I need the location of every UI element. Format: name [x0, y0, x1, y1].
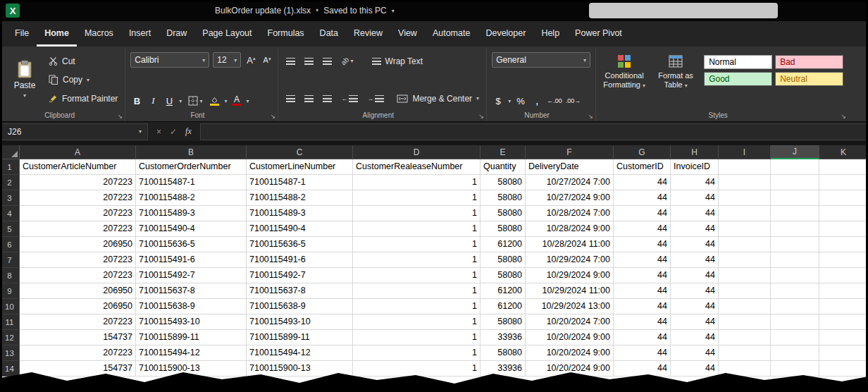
- cell-C11[interactable]: 7100115493-10: [247, 314, 353, 330]
- cell-E14[interactable]: 33936: [480, 361, 526, 376]
- tab-data[interactable]: Data: [312, 21, 346, 47]
- cell-H4[interactable]: 44: [671, 206, 719, 221]
- format-as-table-button[interactable]: Format as Table ▾: [652, 51, 699, 109]
- cell-H13[interactable]: 44: [671, 345, 719, 361]
- cell-D3[interactable]: 1: [353, 190, 480, 206]
- cell-K11[interactable]: [819, 314, 868, 330]
- number-dialog-launcher-icon[interactable]: ↘: [588, 113, 594, 120]
- font-name-select[interactable]: Calibri ▾: [130, 52, 209, 68]
- cell-K5[interactable]: [819, 221, 868, 237]
- copy-button[interactable]: Copy ▾: [46, 71, 120, 89]
- row-header-5[interactable]: 5: [0, 221, 20, 237]
- formula-input[interactable]: [200, 123, 867, 140]
- tab-home[interactable]: Home: [37, 21, 77, 47]
- font-size-select[interactable]: 12 ▾: [213, 52, 241, 68]
- cut-button[interactable]: Cut: [46, 52, 120, 70]
- merge-center-button[interactable]: Merge & Center ▾: [395, 90, 481, 107]
- cell-A8[interactable]: 207223: [20, 268, 136, 283]
- tab-draw[interactable]: Draw: [159, 21, 194, 47]
- row-header-11[interactable]: 11: [0, 314, 20, 330]
- cell-I3[interactable]: [719, 190, 771, 206]
- cell-I13[interactable]: [719, 345, 771, 361]
- cell-K10[interactable]: [819, 299, 868, 314]
- cell-H7[interactable]: 44: [671, 252, 719, 268]
- cell-I12[interactable]: [719, 330, 771, 345]
- document-title[interactable]: BulkOrder update (1).xlsx • Saved to thi…: [215, 0, 395, 21]
- row-header-10[interactable]: 10: [0, 299, 20, 314]
- cell-I2[interactable]: [719, 175, 771, 190]
- cell-B3[interactable]: 7100115488-2: [136, 190, 247, 206]
- cell-F12[interactable]: 10/20/2024 9:00: [526, 330, 614, 345]
- cell-style-normal[interactable]: Normal: [704, 55, 772, 69]
- cell-D4[interactable]: 1: [353, 206, 480, 221]
- cell-E13[interactable]: 58080: [480, 345, 526, 361]
- cell-J4[interactable]: [771, 206, 819, 221]
- cell-G2[interactable]: 44: [614, 175, 671, 190]
- cell-K4[interactable]: [819, 206, 868, 221]
- cell-B4[interactable]: 7100115489-3: [136, 206, 247, 221]
- number-format-select[interactable]: General ▾: [492, 52, 590, 68]
- cell-B1[interactable]: CustomerOrderNumber: [136, 159, 247, 175]
- cell-F9[interactable]: 10/29/2024 11:00: [526, 283, 614, 299]
- cell-E12[interactable]: 33936: [480, 330, 526, 345]
- column-header-C[interactable]: C: [247, 145, 353, 159]
- cell-D1[interactable]: CustomerRealeaseNumber: [353, 159, 480, 175]
- select-all-button[interactable]: [0, 145, 20, 159]
- cell-G9[interactable]: 44: [614, 283, 671, 299]
- enter-icon[interactable]: ✓: [170, 127, 177, 137]
- cell-A4[interactable]: 207223: [20, 206, 136, 221]
- row-header-8[interactable]: 8: [0, 268, 20, 283]
- cell-A13[interactable]: 207223: [20, 345, 136, 361]
- cell-A10[interactable]: 206950: [20, 299, 136, 314]
- cell-B9[interactable]: 7100115637-8: [136, 283, 247, 299]
- cell-G10[interactable]: 44: [614, 299, 671, 314]
- middle-align-button[interactable]: [302, 56, 316, 66]
- cell-D9[interactable]: 1: [353, 283, 480, 299]
- tab-view[interactable]: View: [390, 21, 425, 47]
- cell-C5[interactable]: 7100115490-4: [247, 221, 353, 237]
- cell-K9[interactable]: [819, 283, 868, 299]
- cell-J10[interactable]: [771, 299, 819, 314]
- column-header-G[interactable]: G: [614, 145, 671, 159]
- row-header-9[interactable]: 9: [0, 283, 20, 299]
- alignment-dialog-launcher-icon[interactable]: ↘: [479, 113, 485, 120]
- chevron-down-icon[interactable]: ▾: [179, 98, 182, 104]
- cell-H6[interactable]: 44: [671, 237, 719, 252]
- cell-I4[interactable]: [719, 206, 771, 221]
- cell-F7[interactable]: 10/29/2024 7:00: [526, 252, 614, 268]
- cell-B12[interactable]: 7100115899-11: [136, 330, 247, 345]
- cell-K2[interactable]: [819, 175, 868, 190]
- cell-J6[interactable]: [771, 237, 819, 252]
- paste-button[interactable]: Paste ▾: [8, 51, 42, 107]
- cell-D6[interactable]: 1: [353, 237, 480, 252]
- cell-J8[interactable]: [771, 268, 819, 283]
- cell-H8[interactable]: 44: [671, 268, 719, 283]
- increase-decimal-button[interactable]: ←.00: [547, 97, 562, 104]
- cell-K3[interactable]: [819, 190, 868, 206]
- cell-F6[interactable]: 10/28/2024 11:00: [526, 237, 614, 252]
- percent-style-button[interactable]: %: [514, 96, 527, 106]
- cell-C2[interactable]: 7100115487-1: [247, 175, 353, 190]
- cell-F13[interactable]: 10/20/2024 9:00: [526, 345, 614, 361]
- styles-dialog-launcher-icon[interactable]: ↘: [841, 113, 847, 120]
- cell-D5[interactable]: 1: [353, 221, 480, 237]
- cell-C8[interactable]: 7100115492-7: [247, 268, 353, 283]
- cell-J11[interactable]: [771, 314, 819, 330]
- cell-F1[interactable]: DeliveryDate: [526, 159, 614, 175]
- cell-B5[interactable]: 7100115490-4: [136, 221, 247, 237]
- cell-I10[interactable]: [719, 299, 771, 314]
- cell-B13[interactable]: 7100115494-12: [136, 345, 247, 361]
- cell-B10[interactable]: 7100115638-9: [136, 299, 247, 314]
- tab-developer[interactable]: Developer: [478, 21, 533, 47]
- row-header-13[interactable]: 13: [0, 345, 20, 361]
- cell-I5[interactable]: [719, 221, 771, 237]
- column-header-J[interactable]: J: [771, 145, 819, 159]
- cell-A11[interactable]: 207223: [20, 314, 136, 330]
- chevron-down-icon[interactable]: ▾: [224, 98, 227, 104]
- cell-E5[interactable]: 58080: [480, 221, 526, 237]
- cell-G6[interactable]: 44: [614, 237, 671, 252]
- cell-D7[interactable]: 1: [353, 252, 480, 268]
- cell-G3[interactable]: 44: [614, 190, 671, 206]
- column-header-A[interactable]: A: [20, 145, 136, 159]
- cell-F2[interactable]: 10/27/2024 7:00: [526, 175, 614, 190]
